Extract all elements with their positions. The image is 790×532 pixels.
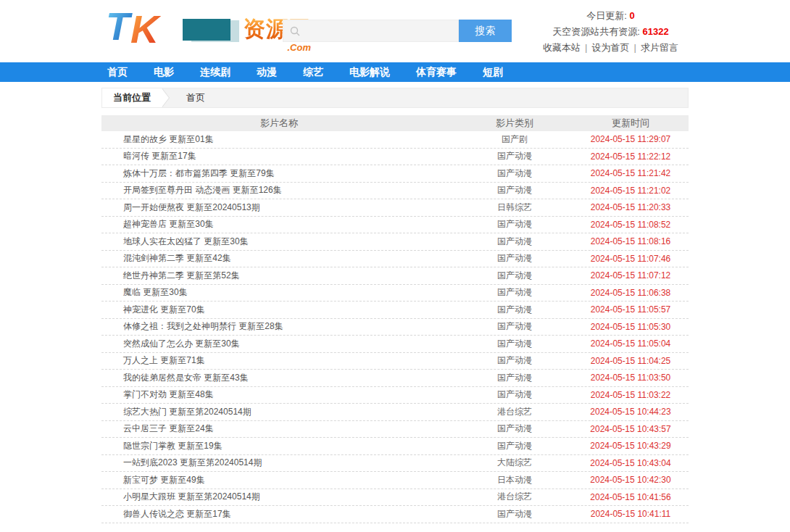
nav-item-1[interactable]: 首页 xyxy=(107,62,128,82)
nav-item-8[interactable]: 短剧 xyxy=(483,62,503,82)
table-row: 混沌剑神第二季 更新至42集 国产动漫 2024-05-15 11:07:46 xyxy=(101,251,689,268)
movie-category: 日本动漫 xyxy=(457,474,573,486)
total-resources-value: 61322 xyxy=(643,26,669,37)
movie-name-cell: 隐世宗门掌教 更新至19集 xyxy=(101,440,457,452)
movie-name-cell: 周一开始便熬夜 更新至20240513期 xyxy=(101,201,457,214)
movie-title-link[interactable]: 隐世宗门掌教 更新至19集 xyxy=(123,441,223,451)
search-input[interactable] xyxy=(300,20,458,41)
table-row: 体修之祖：我到之处神明禁行 更新至28集 国产动漫 2024-05-15 11:… xyxy=(101,319,689,336)
movie-update-time: 2024-05-15 10:44:23 xyxy=(573,407,689,417)
movie-category: 国产动漫 xyxy=(457,338,573,350)
movie-title-link[interactable]: 新宝可梦 更新至49集 xyxy=(123,475,205,485)
movie-update-time: 2024-05-15 11:03:22 xyxy=(573,390,689,400)
breadcrumb-arrow-icon xyxy=(162,88,169,107)
movie-update-time: 2024-05-15 11:08:16 xyxy=(573,236,689,246)
movie-category: 大陆综艺 xyxy=(457,457,573,469)
movie-update-time: 2024-05-15 11:07:46 xyxy=(573,254,689,264)
movie-category: 国产动漫 xyxy=(457,252,573,265)
movie-category: 国产动漫 xyxy=(457,423,573,435)
table-row: 神宠进化 更新至70集 国产动漫 2024-05-15 11:05:57 xyxy=(101,302,689,319)
movie-update-time: 2024-05-15 11:04:25 xyxy=(573,356,689,366)
svg-text:T: T xyxy=(106,7,133,48)
table-row: 开局签到至尊丹田 动态漫画 更新至126集 国产动漫 2024-05-15 11… xyxy=(101,183,689,200)
movie-title-link[interactable]: 魔临 更新至30集 xyxy=(123,287,188,297)
movie-name-cell: 新宝可梦 更新至49集 xyxy=(101,474,457,486)
movie-title-link[interactable]: 绝世丹神第二季 更新至第52集 xyxy=(123,270,240,280)
movie-name-cell: 魔临 更新至30集 xyxy=(101,286,457,299)
movie-name-cell: 开局签到至尊丹田 动态漫画 更新至126集 xyxy=(101,184,457,196)
search-box[interactable] xyxy=(283,20,459,42)
movie-category: 港台综艺 xyxy=(457,491,573,503)
search-button[interactable]: 搜索 xyxy=(459,20,512,42)
movie-update-time: 2024-05-15 11:29:07 xyxy=(573,134,689,144)
site-stats: 今日更新: 0 天空资源站共有资源: 61322 收藏本站|设为首页|求片留言 xyxy=(533,8,689,56)
movie-update-time: 2024-05-15 11:07:12 xyxy=(573,270,689,280)
quick-link-1[interactable]: 收藏本站 xyxy=(543,42,581,53)
movie-title-link[interactable]: 超神宠兽店 更新至30集 xyxy=(123,219,214,229)
table-row: 小明星大跟班 更新至第20240514期 港台综艺 2024-05-15 10:… xyxy=(101,489,689,507)
table-row: 暗河传 更新至17集 国产动漫 2024-05-15 11:22:12 xyxy=(101,149,689,166)
table-row: 星星的故乡 更新至01集 国产剧 2024-05-15 11:29:07 xyxy=(101,131,689,149)
nav-item-5[interactable]: 综艺 xyxy=(303,62,323,82)
movie-title-link[interactable]: 小明星大跟班 更新至第20240514期 xyxy=(123,491,260,502)
movie-name-cell: 御兽人传说之恋 更新至17集 xyxy=(101,508,457,520)
movie-update-time: 2024-05-15 11:22:12 xyxy=(573,151,689,162)
movie-name-cell: 掌门不对劲 更新至48集 xyxy=(101,388,457,401)
movie-title-link[interactable]: 突然成仙了怎么办 更新至30集 xyxy=(123,338,240,349)
movie-title-link[interactable]: 开局签到至尊丹田 动态漫画 更新至126集 xyxy=(123,185,282,195)
movie-title-link[interactable]: 万人之上 更新至71集 xyxy=(123,355,205,365)
quick-link-2[interactable]: 设为首页 xyxy=(592,42,630,53)
table-row: 突然成仙了怎么办 更新至30集 国产动漫 2024-05-15 11:05:04 xyxy=(101,336,689,353)
movie-title-link[interactable]: 我的徒弟居然是女帝 更新至43集 xyxy=(123,373,249,383)
movie-category: 国产动漫 xyxy=(457,184,573,196)
site-header: T K 资源网 .Com 搜索 今日更新: 0 天空资源站共有资源: 61322 xyxy=(0,0,790,62)
movie-title-link[interactable]: 云中居三子 更新至24集 xyxy=(123,423,214,433)
search-bar: 搜索 xyxy=(283,20,512,42)
table-row: 炼体十万层：都市篇第四季 更新至79集 国产动漫 2024-05-15 11:2… xyxy=(101,165,689,183)
movie-title-link[interactable]: 周一开始便熬夜 更新至20240513期 xyxy=(123,202,260,212)
table-row: 周一开始便熬夜 更新至20240513期 日韩综艺 2024-05-15 11:… xyxy=(101,199,689,217)
movie-title-link[interactable]: 御兽人传说之恋 更新至17集 xyxy=(123,509,231,519)
logo-teal-block xyxy=(183,19,230,41)
movie-name-cell: 暗河传 更新至17集 xyxy=(101,150,457,162)
movie-title-link[interactable]: 炼体十万层：都市篇第四季 更新至79集 xyxy=(123,168,275,178)
quick-link-3[interactable]: 求片留言 xyxy=(641,42,678,53)
table-body: 星星的故乡 更新至01集 国产剧 2024-05-15 11:29:07 暗河传… xyxy=(101,131,689,523)
movie-name-cell: 混沌剑神第二季 更新至42集 xyxy=(101,252,457,265)
table-header: 影片名称 影片类别 更新时间 xyxy=(101,115,689,131)
nav-item-3[interactable]: 连续剧 xyxy=(200,62,230,82)
breadcrumb-home-link[interactable]: 首页 xyxy=(186,91,205,104)
site-logo[interactable]: T K 资源网 .Com xyxy=(106,7,311,53)
breadcrumb: 当前位置 首页 xyxy=(101,88,689,108)
quick-link-separator: | xyxy=(585,42,587,53)
today-update-line: 今日更新: 0 xyxy=(533,8,689,24)
movie-title-link[interactable]: 综艺大热门 更新至第20240514期 xyxy=(123,407,251,417)
nav-item-7[interactable]: 体育赛事 xyxy=(416,62,457,82)
movie-update-time: 2024-05-15 10:43:57 xyxy=(573,424,689,434)
movie-name-cell: 云中居三子 更新至24集 xyxy=(101,423,457,435)
movie-title-link[interactable]: 神宠进化 更新至70集 xyxy=(123,304,205,315)
movie-title-link[interactable]: 暗河传 更新至17集 xyxy=(123,151,196,161)
today-update-label: 今日更新: xyxy=(586,10,629,21)
movie-name-cell: 万人之上 更新至71集 xyxy=(101,354,457,367)
movie-title-link[interactable]: 体修之祖：我到之处神明禁行 更新至28集 xyxy=(123,321,283,331)
movie-name-cell: 体修之祖：我到之处神明禁行 更新至28集 xyxy=(101,320,457,333)
nav-item-2[interactable]: 电影 xyxy=(154,62,174,82)
movie-title-link[interactable]: 星星的故乡 更新至01集 xyxy=(123,134,214,144)
table-row: 魔临 更新至30集 国产动漫 2024-05-15 11:06:38 xyxy=(101,285,689,302)
movie-title-link[interactable]: 混沌剑神第二季 更新至42集 xyxy=(123,253,231,263)
movie-name-cell: 绝世丹神第二季 更新至第52集 xyxy=(101,270,457,282)
table-row: 隐世宗门掌教 更新至19集 国产动漫 2024-05-15 10:43:29 xyxy=(101,438,689,455)
table-row: 我的徒弟居然是女帝 更新至43集 国产动漫 2024-05-15 11:03:5… xyxy=(101,370,689,387)
tk-logo-icon: T K xyxy=(106,7,181,49)
nav-item-4[interactable]: 动漫 xyxy=(257,62,277,82)
movie-title-link[interactable]: 一站到底2023 更新至第20240514期 xyxy=(123,457,262,467)
movie-title-link[interactable]: 掌门不对劲 更新至48集 xyxy=(123,389,214,399)
movie-category: 国产动漫 xyxy=(457,270,573,282)
movie-category: 港台综艺 xyxy=(457,406,573,418)
movie-update-time: 2024-05-15 10:42:30 xyxy=(573,475,689,485)
nav-item-6[interactable]: 电影解说 xyxy=(349,62,390,82)
svg-text:K: K xyxy=(130,7,162,49)
movie-title-link[interactable]: 地球人实在太凶猛了 更新至30集 xyxy=(123,236,249,246)
movie-update-time: 2024-05-15 11:08:52 xyxy=(573,220,689,230)
